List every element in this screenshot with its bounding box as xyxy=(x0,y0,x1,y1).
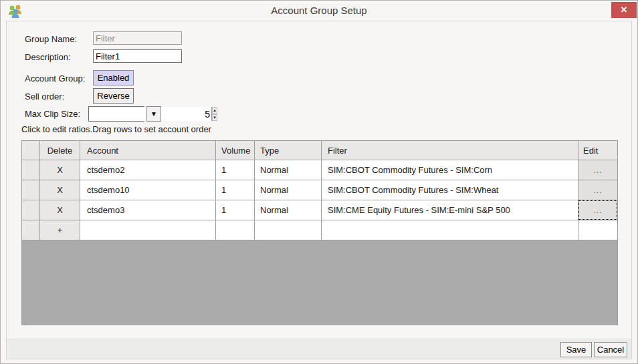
column-header-edit: Edit xyxy=(578,141,617,160)
title-bar: Account Group Setup ✕ xyxy=(1,1,637,21)
spin-down-button[interactable]: ▼ xyxy=(212,114,217,122)
delete-cell[interactable]: X xyxy=(40,200,80,220)
column-header-volume: Volume xyxy=(216,141,255,160)
table-row[interactable]: X ctsdemo10 1 Normal SIM:CBOT Commodity … xyxy=(22,180,617,200)
column-header-type: Type xyxy=(255,141,322,160)
account-group-enabled-button[interactable]: Enabled xyxy=(93,70,134,85)
edit-filter-button[interactable]: ... xyxy=(578,160,617,180)
description-label: Description: xyxy=(25,52,71,62)
volume-cell[interactable]: 1 xyxy=(216,180,255,200)
type-cell[interactable]: Normal xyxy=(255,200,322,220)
spin-down-icon: ▼ xyxy=(213,116,217,120)
spin-up-icon: ▲ xyxy=(213,108,217,112)
row-selector[interactable] xyxy=(22,180,40,200)
window-title: Account Group Setup xyxy=(1,5,637,16)
grid-hint-text: Click to edit ratios.Drag rows to set ac… xyxy=(21,124,211,134)
account-cell[interactable] xyxy=(80,220,216,240)
filter-cell[interactable]: SIM:CBOT Commodity Futures - SIM:Wheat xyxy=(322,180,578,200)
grid-header-row: Delete Account Volume Type Filter Edit xyxy=(22,141,617,160)
dialog-body: Group Name: Description: Account Group: … xyxy=(6,21,632,359)
max-clip-size-dropdown-button[interactable]: ▼ xyxy=(146,106,161,122)
table-row[interactable]: X ctsdemo3 1 Normal SIM:CME Equity Futur… xyxy=(22,200,617,220)
cancel-button[interactable]: Cancel xyxy=(594,342,627,357)
group-name-input[interactable] xyxy=(93,31,182,45)
filter-cell[interactable] xyxy=(322,220,578,240)
group-name-label: Group Name: xyxy=(25,34,77,44)
sell-order-label: Sell order: xyxy=(25,92,64,102)
type-cell[interactable] xyxy=(255,220,322,240)
account-cell[interactable]: ctsdemo2 xyxy=(80,160,216,180)
filter-cell[interactable]: SIM:CME Equity Futures - SIM:E-mini S&P … xyxy=(322,200,578,220)
column-header-filter: Filter xyxy=(322,141,578,160)
spin-buttons: ▲ ▼ xyxy=(211,107,217,121)
delete-cell[interactable]: X xyxy=(40,180,80,200)
close-button[interactable]: ✕ xyxy=(611,2,637,18)
edit-cell[interactable] xyxy=(578,220,617,240)
type-cell[interactable]: Normal xyxy=(255,180,322,200)
account-cell[interactable]: ctsdemo10 xyxy=(80,180,216,200)
sell-order-reverse-button[interactable]: Reverse xyxy=(93,88,134,104)
column-header-selector xyxy=(22,141,40,160)
edit-filter-button[interactable]: ... xyxy=(578,180,617,200)
type-cell[interactable]: Normal xyxy=(255,160,322,180)
description-input[interactable] xyxy=(93,49,182,63)
column-header-account: Account xyxy=(80,141,216,160)
account-group-setup-dialog: Account Group Setup ✕ Group Name: Descri… xyxy=(0,0,638,364)
spin-up-button[interactable]: ▲ xyxy=(212,107,217,114)
filter-cell[interactable]: SIM:CBOT Commodity Futures - SIM:Corn xyxy=(322,160,578,180)
volume-cell[interactable] xyxy=(216,220,255,240)
row-selector[interactable] xyxy=(22,220,40,240)
account-cell[interactable]: ctsdemo3 xyxy=(80,200,216,220)
dialog-footer: Save Cancel xyxy=(7,339,631,359)
edit-filter-button[interactable]: ... xyxy=(578,200,617,220)
volume-cell[interactable]: 1 xyxy=(216,200,255,220)
close-icon: ✕ xyxy=(621,5,628,15)
account-group-label: Account Group: xyxy=(25,73,85,83)
save-button[interactable]: Save xyxy=(560,342,592,357)
add-row-cell[interactable]: + xyxy=(40,220,80,240)
accounts-grid: Delete Account Volume Type Filter Edit X… xyxy=(21,140,618,325)
volume-cell[interactable]: 1 xyxy=(216,160,255,180)
row-selector[interactable] xyxy=(22,160,40,180)
table-row[interactable]: X ctsdemo2 1 Normal SIM:CBOT Commodity F… xyxy=(22,160,617,180)
row-selector[interactable] xyxy=(22,200,40,220)
new-row[interactable]: + xyxy=(22,220,617,240)
delete-cell[interactable]: X xyxy=(40,160,80,180)
column-header-delete: Delete xyxy=(40,141,80,160)
max-clip-size-spinner: ▲ ▼ xyxy=(88,106,144,122)
max-clip-size-label: Max Clip Size: xyxy=(25,109,80,119)
chevron-down-icon: ▼ xyxy=(150,110,157,118)
